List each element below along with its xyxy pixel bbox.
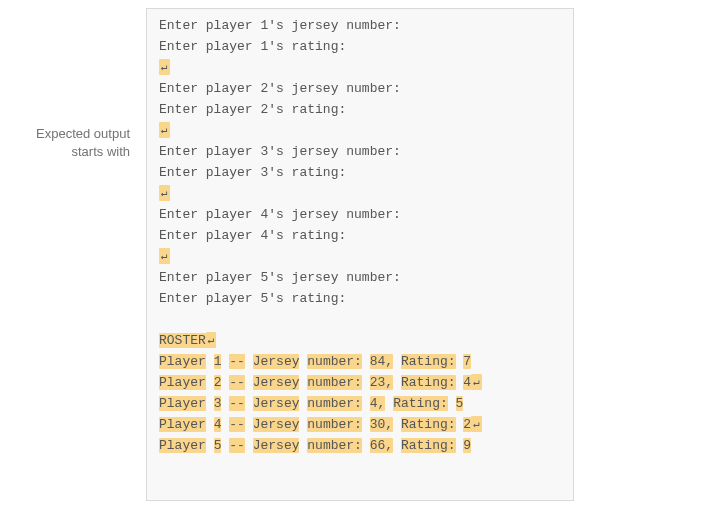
page: Expected output starts with Enter player… — [0, 0, 722, 510]
row-cell: Rating: — [401, 438, 456, 453]
row-cell: number: — [307, 396, 362, 411]
row-cell: 5 — [456, 396, 464, 411]
row-cell: Player — [159, 417, 206, 432]
row-cell: Player — [159, 375, 206, 390]
row-cell: 23, — [370, 375, 393, 390]
row-cell: Player — [159, 438, 206, 453]
row-cell: 7 — [463, 354, 471, 369]
newline-icon: ↵ — [159, 248, 170, 264]
prompt-p4-jersey: Enter player 4's jersey number: — [159, 207, 401, 222]
newline-icon: ↵ — [471, 374, 482, 390]
row-cell: Jersey — [253, 375, 300, 390]
prompt-p3-jersey: Enter player 3's jersey number: — [159, 144, 401, 159]
row-cell: 5 — [214, 438, 222, 453]
output-text: Enter player 1's jersey number: Enter pl… — [159, 15, 573, 456]
row-cell: 4 — [214, 417, 222, 432]
row-cell: Rating: — [393, 396, 448, 411]
row-cell: Jersey — [253, 417, 300, 432]
row-cell: 84, — [370, 354, 393, 369]
row-cell: -- — [229, 417, 245, 432]
row-cell: Rating: — [401, 354, 456, 369]
label-line-1: Expected output — [36, 126, 130, 141]
prompt-p2-rating: Enter player 2's rating: — [159, 102, 346, 117]
row-cell: number: — [307, 354, 362, 369]
row-cell: Player — [159, 354, 206, 369]
newline-icon: ↵ — [159, 59, 170, 75]
roster-title: ROSTER — [159, 333, 206, 348]
row-cell: -- — [229, 438, 245, 453]
row-cell: 9 — [463, 438, 471, 453]
row-cell: 30, — [370, 417, 393, 432]
prompt-p4-rating: Enter player 4's rating: — [159, 228, 346, 243]
prompt-p1-jersey: Enter player 1's jersey number: — [159, 18, 401, 33]
row-cell: -- — [229, 396, 245, 411]
newline-icon: ↵ — [471, 416, 482, 432]
row-cell: -- — [229, 375, 245, 390]
row-cell: Jersey — [253, 396, 300, 411]
row-cell: 66, — [370, 438, 393, 453]
row-cell: Rating: — [401, 375, 456, 390]
row-cell: 4 — [463, 375, 471, 390]
prompt-p3-rating: Enter player 3's rating: — [159, 165, 346, 180]
row-cell: 3 — [214, 396, 222, 411]
newline-icon: ↵ — [206, 332, 217, 348]
label-line-2: starts with — [71, 144, 130, 159]
row-cell: Rating: — [401, 417, 456, 432]
row-cell: number: — [307, 438, 362, 453]
prompt-p2-jersey: Enter player 2's jersey number: — [159, 81, 401, 96]
prompt-p5-jersey: Enter player 5's jersey number: — [159, 270, 401, 285]
row-cell: 1 — [214, 354, 222, 369]
row-cell: 2 — [214, 375, 222, 390]
newline-icon: ↵ — [159, 122, 170, 138]
row-cell: 2 — [463, 417, 471, 432]
row-cell: number: — [307, 375, 362, 390]
expected-output-panel: Enter player 1's jersey number: Enter pl… — [146, 8, 574, 501]
row-cell: Jersey — [253, 354, 300, 369]
newline-icon: ↵ — [159, 185, 170, 201]
row-cell: Jersey — [253, 438, 300, 453]
prompt-p1-rating: Enter player 1's rating: — [159, 39, 346, 54]
row-cell: 4, — [370, 396, 386, 411]
row-cell: Player — [159, 396, 206, 411]
row-cell: -- — [229, 354, 245, 369]
expected-output-label: Expected output starts with — [0, 125, 130, 161]
row-cell: number: — [307, 417, 362, 432]
prompt-p5-rating: Enter player 5's rating: — [159, 291, 346, 306]
